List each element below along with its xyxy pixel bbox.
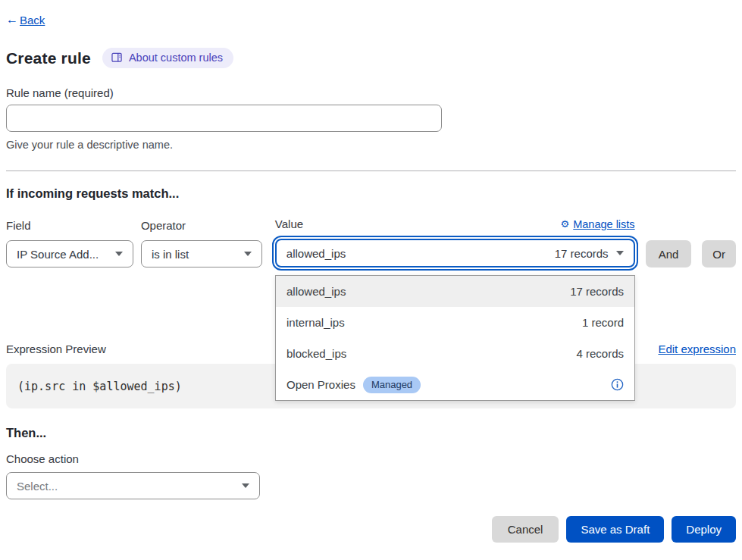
list-option-name: blocked_ips	[286, 347, 346, 360]
and-button[interactable]: And	[646, 240, 692, 267]
expression-preview-label: Expression Preview	[6, 343, 106, 355]
value-select-records: 17 records	[555, 247, 609, 260]
list-option-meta: 1 record	[582, 316, 624, 329]
info-icon[interactable]	[611, 378, 624, 391]
action-select-placeholder: Select...	[17, 480, 58, 493]
manage-lists-link[interactable]: ⚙ Manage lists	[561, 218, 635, 230]
section-divider	[6, 171, 736, 171]
managed-badge: Managed	[363, 377, 421, 393]
create-rule-page: ←Back Create rule About custom rules Rul…	[0, 0, 742, 543]
list-option-open-proxies[interactable]: Open Proxies Managed	[276, 369, 634, 400]
back-link-label: Back	[20, 14, 45, 27]
field-select[interactable]: IP Source Add...	[6, 240, 133, 267]
manage-lists-label: Manage lists	[573, 218, 634, 230]
rule-name-label: Rule name (required)	[6, 86, 736, 99]
page-title: Create rule	[6, 49, 91, 67]
chevron-down-icon	[242, 483, 249, 488]
title-row: Create rule About custom rules	[6, 48, 736, 68]
or-button[interactable]: Or	[702, 240, 736, 267]
list-option-name: Open Proxies	[286, 378, 355, 391]
then-section-heading: Then...	[6, 426, 736, 440]
save-as-draft-button[interactable]: Save as Draft	[566, 516, 664, 543]
cancel-button[interactable]: Cancel	[492, 516, 559, 543]
list-option-internal-ips[interactable]: internal_ips 1 record	[276, 307, 634, 338]
operator-select[interactable]: is in list	[141, 240, 262, 267]
about-custom-rules-badge[interactable]: About custom rules	[102, 48, 233, 68]
gear-icon: ⚙	[561, 218, 570, 230]
rule-name-helper: Give your rule a descriptive name.	[6, 139, 736, 151]
list-option-blocked-ips[interactable]: blocked_ips 4 records	[276, 338, 634, 369]
footer-actions: Cancel Save as Draft Deploy	[6, 516, 736, 543]
expression-code: (ip.src in $allowed_ips)	[17, 380, 182, 393]
field-select-value: IP Source Add...	[17, 248, 99, 261]
deploy-button[interactable]: Deploy	[672, 516, 736, 543]
operator-label: Operator	[141, 219, 262, 232]
chevron-down-icon	[244, 252, 252, 256]
action-select[interactable]: Select...	[6, 472, 260, 499]
list-dropdown: allowed_ips 17 records internal_ips 1 re…	[275, 275, 635, 401]
back-link[interactable]: ←Back	[6, 13, 45, 27]
list-option-name: internal_ips	[286, 316, 345, 329]
chevron-down-icon	[115, 252, 123, 256]
value-select[interactable]: allowed_ips 17 records	[275, 239, 635, 267]
match-section-heading: If incoming requests match...	[6, 186, 736, 201]
book-icon	[111, 52, 123, 63]
rule-name-input[interactable]	[6, 105, 442, 132]
edit-expression-link[interactable]: Edit expression	[658, 343, 736, 355]
list-option-allowed-ips[interactable]: allowed_ips 17 records	[276, 276, 634, 307]
list-option-meta: 4 records	[576, 347, 624, 360]
about-badge-label: About custom rules	[129, 52, 223, 64]
value-select-value: allowed_ips	[286, 247, 346, 260]
list-option-name: allowed_ips	[286, 285, 346, 298]
operator-select-value: is in list	[152, 248, 189, 261]
list-option-meta: 17 records	[570, 285, 624, 298]
chevron-down-icon	[616, 251, 624, 255]
field-label: Field	[6, 219, 133, 232]
back-arrow-icon: ←	[6, 13, 18, 27]
choose-action-label: Choose action	[6, 452, 736, 465]
value-label: Value	[275, 217, 303, 230]
condition-builder: Field IP Source Add... Operator is in li…	[6, 217, 736, 267]
